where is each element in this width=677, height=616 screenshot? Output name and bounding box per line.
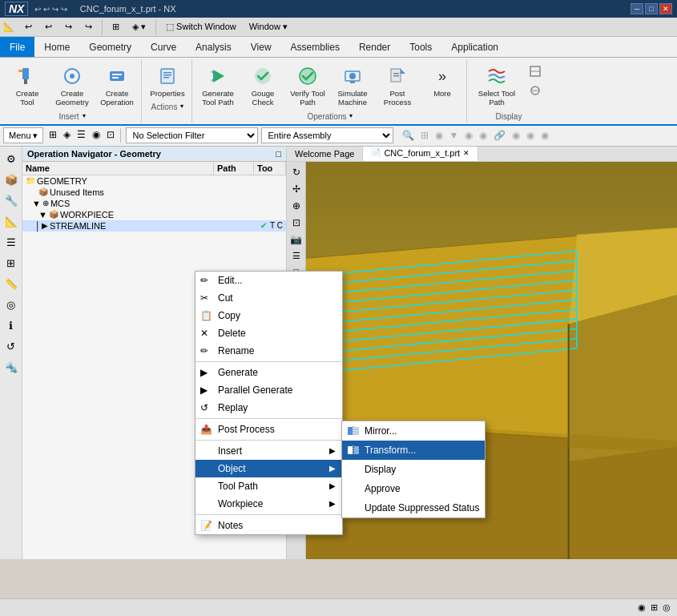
action-icon3[interactable]: ☰ bbox=[75, 128, 88, 143]
window-menu-button[interactable]: Window ▾ bbox=[244, 19, 293, 34]
menu-file[interactable]: File bbox=[0, 37, 34, 57]
menu-render[interactable]: Render bbox=[349, 37, 400, 57]
nav-expand-icon[interactable]: □ bbox=[276, 149, 281, 159]
submenu-mirror[interactable]: Mirror... bbox=[342, 421, 485, 441]
status-icon2[interactable]: ⊞ bbox=[651, 602, 658, 613]
maximize-button[interactable]: □ bbox=[645, 3, 658, 14]
sidebar-icon-history[interactable]: ↺ bbox=[2, 337, 21, 356]
view-icon4[interactable]: ▼ bbox=[447, 129, 461, 142]
menu-dropdown-button[interactable]: Menu ▾ bbox=[3, 127, 43, 143]
view-icon9[interactable]: ◉ bbox=[524, 129, 537, 142]
ctx-toolpath[interactable]: Tool Path ▶ bbox=[195, 477, 342, 495]
tab-close-button[interactable]: ✕ bbox=[463, 149, 469, 157]
tree-item-mcs[interactable]: ▼ ⊕ MCS bbox=[22, 198, 286, 209]
view-icon7[interactable]: 🔗 bbox=[491, 129, 508, 142]
operations-dropdown-arrow[interactable]: ▾ bbox=[349, 112, 353, 119]
ctx-copy[interactable]: 📋 Copy bbox=[195, 307, 342, 324]
menu-curve[interactable]: Curve bbox=[141, 37, 186, 57]
grid-button[interactable]: ⊞ bbox=[107, 19, 125, 34]
more-button[interactable]: » More bbox=[421, 61, 463, 100]
tree-item-streamline[interactable]: │ ▶ STREAMLINE ✔ T C bbox=[22, 220, 286, 232]
submenu-display[interactable]: Display bbox=[342, 460, 485, 479]
action-icon5[interactable]: ⊡ bbox=[104, 128, 117, 143]
collapse-icon-wp[interactable]: ▼ bbox=[38, 210, 47, 219]
ctx-insert[interactable]: Insert ▶ bbox=[195, 442, 342, 460]
tree-item-workpiece[interactable]: ▼ 📦 WORKPIECE bbox=[22, 209, 286, 220]
display-btn1[interactable] bbox=[525, 62, 546, 80]
generate-toolpath-button[interactable]: Generate Tool Path bbox=[197, 61, 239, 110]
insert-dropdown-arrow[interactable]: ▾ bbox=[83, 112, 86, 119]
view-icon2[interactable]: ⊞ bbox=[418, 129, 431, 142]
ctx-delete[interactable]: ✕ Delete bbox=[195, 324, 342, 342]
sidebar-icon-parts[interactable]: 📦 bbox=[2, 171, 21, 190]
menu-assemblies[interactable]: Assemblies bbox=[281, 37, 349, 57]
selection-filter-dropdown[interactable]: No Selection Filter bbox=[126, 127, 258, 143]
menu-view[interactable]: View bbox=[241, 37, 281, 57]
actions-dropdown-arrow[interactable]: ▾ bbox=[180, 103, 183, 110]
sidebar-icon-info[interactable]: ℹ bbox=[2, 316, 21, 336]
snap-button[interactable]: ◈ ▾ bbox=[127, 19, 151, 34]
minimize-button[interactable]: ─ bbox=[631, 3, 643, 14]
ctx-cut[interactable]: ✂ Cut bbox=[195, 289, 342, 307]
view-icon3[interactable]: ◉ bbox=[433, 129, 445, 142]
display-btn2[interactable] bbox=[525, 82, 546, 99]
sidebar-icon-tool[interactable]: 🔧 bbox=[2, 191, 21, 211]
ctx-rename[interactable]: ✏ Rename bbox=[195, 342, 342, 360]
sidebar-icon-layers[interactable]: ☰ bbox=[2, 233, 21, 252]
ctx-generate[interactable]: ▶ Generate bbox=[195, 364, 342, 381]
ctx-parallel-generate[interactable]: ▶ Parallel Generate bbox=[195, 381, 342, 399]
undo2-button[interactable]: ↩ bbox=[39, 19, 58, 34]
vp-icon-zoom[interactable]: ⊕ bbox=[291, 199, 302, 213]
simulate-machine-button[interactable]: Simulate Machine bbox=[332, 61, 373, 110]
switch-window-button[interactable]: ⬚ Switch Window bbox=[160, 19, 242, 34]
vp-icon-rotate[interactable]: ↻ bbox=[291, 165, 302, 179]
gouge-check-button[interactable]: Gouge Check bbox=[242, 61, 284, 110]
vp-icon-section[interactable]: ☰ bbox=[291, 249, 302, 263]
sidebar-icon-transform[interactable]: ⊞ bbox=[2, 254, 21, 273]
submenu-transform[interactable]: Transform... bbox=[342, 441, 485, 460]
tab-cnc[interactable]: 📄 CNC_forum_x_t.prt ✕ bbox=[363, 147, 478, 161]
post-process-button[interactable]: Post Process bbox=[377, 61, 418, 110]
view-icon1[interactable]: 🔍 bbox=[400, 129, 417, 142]
submenu-approve[interactable]: Approve bbox=[342, 479, 485, 498]
vp-icon-move[interactable]: ✢ bbox=[291, 182, 302, 196]
vp-icon-fit[interactable]: ⊡ bbox=[291, 215, 302, 230]
ctx-object[interactable]: Object ▶ bbox=[195, 460, 342, 477]
properties-button[interactable]: Properties bbox=[147, 61, 188, 100]
action-icon4[interactable]: ◉ bbox=[90, 128, 103, 143]
verify-toolpath-button[interactable]: Verify Tool Path bbox=[287, 61, 328, 110]
view-icon10[interactable]: ◉ bbox=[538, 129, 551, 142]
sidebar-icon-nav[interactable]: 📐 bbox=[2, 212, 21, 232]
collapse-icon-mcs[interactable]: ▼ bbox=[32, 199, 41, 208]
ctx-workpiece[interactable]: Workpiece ▶ bbox=[195, 495, 342, 513]
ctx-post-process[interactable]: 📤 Post Process bbox=[195, 421, 342, 438]
toolbar-undo[interactable]: ↩ ↩ ↪ ↪ bbox=[34, 5, 66, 14]
menu-application[interactable]: Application bbox=[441, 37, 508, 57]
sidebar-icon-measure[interactable]: 📏 bbox=[2, 275, 21, 294]
create-operation-button[interactable]: Create Operation bbox=[96, 61, 138, 110]
sidebar-icon-assembly[interactable]: 🔩 bbox=[2, 358, 21, 377]
ctx-notes[interactable]: 📝 Notes bbox=[195, 517, 342, 534]
tree-item-geometry[interactable]: 📁 GEOMETRY bbox=[22, 175, 286, 187]
menu-home[interactable]: Home bbox=[34, 37, 79, 57]
undo-button[interactable]: ↩ bbox=[19, 19, 38, 34]
menu-tools[interactable]: Tools bbox=[400, 37, 441, 57]
menu-geometry[interactable]: Geometry bbox=[79, 37, 141, 57]
tree-item-unused[interactable]: 📦 Unused Items bbox=[22, 187, 286, 198]
create-tool-button[interactable]: Create Tool bbox=[6, 61, 48, 110]
assembly-dropdown[interactable]: Entire Assembly bbox=[261, 127, 393, 143]
create-geometry-button[interactable]: Create Geometry bbox=[51, 61, 93, 110]
sidebar-icon-settings[interactable]: ⚙ bbox=[2, 150, 21, 169]
redo-button[interactable]: ↪ bbox=[59, 19, 78, 34]
ctx-edit[interactable]: ✏ Edit... bbox=[195, 272, 342, 289]
sidebar-icon-render[interactable]: ◎ bbox=[2, 296, 21, 315]
view-icon6[interactable]: ◉ bbox=[477, 129, 490, 142]
ctx-replay[interactable]: ↺ Replay bbox=[195, 399, 342, 417]
menu-analysis[interactable]: Analysis bbox=[186, 37, 241, 57]
action-icon2[interactable]: ◈ bbox=[61, 128, 73, 143]
submenu-update-suppressed[interactable]: Update Suppressed Status bbox=[342, 498, 485, 517]
status-icon1[interactable]: ◉ bbox=[638, 602, 646, 613]
redo2-button[interactable]: ↪ bbox=[79, 19, 98, 34]
tab-welcome[interactable]: Welcome Page bbox=[287, 147, 363, 161]
status-icon3[interactable]: ◎ bbox=[663, 602, 671, 613]
